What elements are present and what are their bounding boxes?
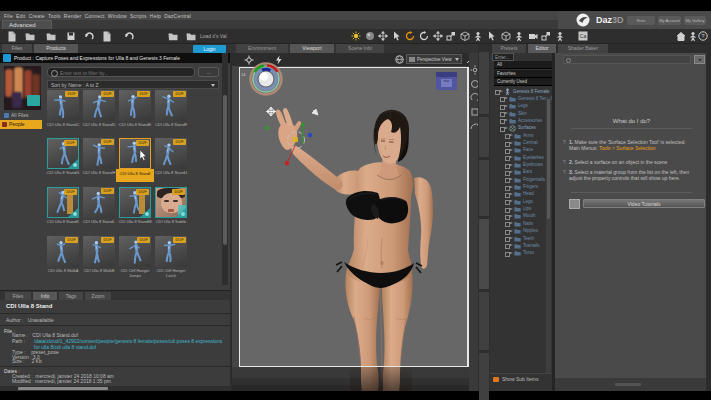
svg-text:Ca: Ca: [580, 33, 587, 39]
svg-text:?: ?: [701, 33, 705, 39]
